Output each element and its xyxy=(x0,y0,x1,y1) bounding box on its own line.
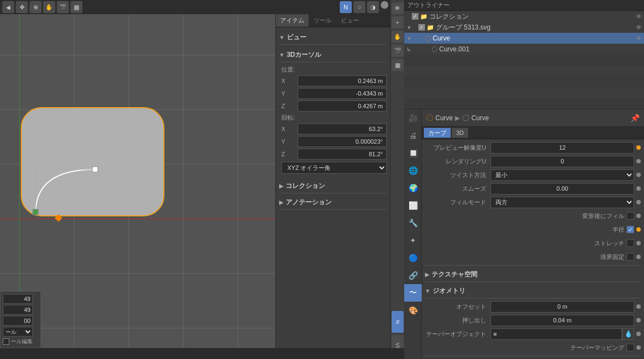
overlay-select[interactable]: ール xyxy=(3,327,33,337)
outliner-name-collection: コレクション xyxy=(429,12,634,21)
outliner-empty-5 xyxy=(404,98,644,109)
overlay-val1-input[interactable] xyxy=(3,294,33,304)
overlay-val2-input[interactable] xyxy=(3,305,33,315)
toolbar-mode-btn[interactable]: ◀ xyxy=(2,1,14,13)
props-btn-constraints[interactable]: 🔗 xyxy=(404,267,422,284)
npanel-tab-view[interactable]: ビュー xyxy=(336,14,363,27)
cursor-y-row: Y xyxy=(281,88,387,99)
curve-tabs: カーブ 3D xyxy=(422,127,644,139)
cursor-y-input[interactable] xyxy=(298,88,387,99)
preview-resolution-input[interactable] xyxy=(491,142,634,154)
taper-eyedrop-btn[interactable]: 💧 xyxy=(622,328,634,340)
radius-checkbox[interactable]: ✓ xyxy=(627,226,634,233)
props-btn-object-data[interactable]: 〜 xyxy=(404,284,422,302)
toolbar-camera2-icon[interactable]: 🎬 xyxy=(392,45,404,57)
viewport[interactable]: Y X Z ◀ ✥ ⊕ ✋ 🎬 ▦ N ○ ◑ + 👁 + ✋ 🎬 ▦ xyxy=(0,0,404,359)
outliner-empty-1 xyxy=(404,55,644,66)
props-btn-material[interactable]: 🎨 xyxy=(404,302,422,319)
toolbar-view-icon[interactable]: 👁 xyxy=(392,2,404,14)
cursor-x-input[interactable] xyxy=(298,75,387,86)
cursor-rz-input[interactable] xyxy=(298,149,387,160)
taper-mapping-row: テーパーマッピング xyxy=(425,342,641,354)
bounds-row: 境界固定 xyxy=(425,251,641,263)
props-pin-btn[interactable]: 📌 xyxy=(630,114,640,122)
props-btn-particles[interactable]: ✦ xyxy=(404,232,422,249)
cursor-rx-input[interactable] xyxy=(298,123,387,134)
outliner-item-collection[interactable]: ✓ 📁 コレクション 👁 xyxy=(404,11,644,22)
render-u-input[interactable] xyxy=(491,156,634,167)
outliner-eye-group[interactable]: 👁 xyxy=(636,24,642,31)
overlay-select-row: ール xyxy=(3,327,38,337)
collection-section-header[interactable]: ▶ コレクション xyxy=(279,179,387,193)
texture-space-header[interactable]: ▶ テクスチャ空間 xyxy=(425,268,641,282)
n-panel: アイテム ツール ビュー ▼ ビュー ▼ 3Dカーソル 位置: X xyxy=(275,14,390,348)
taper-mapping-checkbox[interactable] xyxy=(627,344,634,351)
deform-checkbox[interactable] xyxy=(627,212,634,220)
geometry-header[interactable]: ▼ ジオメトリ xyxy=(425,284,641,298)
overlay-checkbox[interactable] xyxy=(3,338,9,345)
props-btn-render[interactable]: 🎥 xyxy=(404,109,422,127)
toolbar-grab-btn[interactable]: ✋ xyxy=(43,1,55,13)
props-btn-view[interactable]: 🔲 xyxy=(404,144,422,162)
outliner-eye-collection[interactable]: 👁 xyxy=(636,13,642,20)
toolbar-grid-btn[interactable]: ▦ xyxy=(70,1,82,13)
props-btn-modifier[interactable]: 🔧 xyxy=(404,214,422,232)
taper-object-field[interactable]: ■ xyxy=(491,328,622,340)
curve-tab-3d[interactable]: 3D xyxy=(452,128,468,138)
twist-select[interactable]: 最小 xyxy=(491,169,634,181)
toolbar-n-tab[interactable]: N xyxy=(392,311,404,333)
toolbar-overlay-btn[interactable]: ○ xyxy=(353,1,365,13)
render-u-row: レンダリングU xyxy=(425,155,641,167)
toolbar-xray-btn[interactable]: ◑ xyxy=(367,1,379,13)
npanel-tab-tool[interactable]: ツール xyxy=(309,14,336,27)
outliner-icon-curve: 〇 xyxy=(425,34,431,43)
cursor-rz-label: Z xyxy=(281,151,298,157)
outliner-cb-collection[interactable]: ✓ xyxy=(412,13,418,20)
extrude-input[interactable] xyxy=(491,315,634,326)
outliner-cb-group[interactable]: ✓ xyxy=(418,24,425,31)
toolbar-hand-icon[interactable]: ✋ xyxy=(392,31,404,43)
npanel-tab-item[interactable]: アイテム xyxy=(276,14,309,27)
fill-mode-select[interactable]: 両方 xyxy=(491,197,634,208)
geometry-label: ジオメトリ xyxy=(433,286,465,296)
stretch-checkbox[interactable] xyxy=(627,239,634,247)
radius-label: 半径 xyxy=(612,226,624,234)
toolbar-camera-btn[interactable]: 🎬 xyxy=(57,1,69,13)
props-header-right: 📌 xyxy=(630,114,640,122)
outliner-eye-curve[interactable]: 👁 xyxy=(636,35,642,42)
toolbar-grid2-icon[interactable]: ▦ xyxy=(392,59,404,71)
cursor-z-input[interactable] xyxy=(298,101,387,111)
cursor-section-header[interactable]: ▼ 3Dカーソル xyxy=(279,48,387,62)
taper-mapping-dot xyxy=(636,345,641,350)
toolbar-plus2-icon[interactable]: + xyxy=(392,16,404,28)
curve-tab-curve[interactable]: カーブ xyxy=(424,128,451,138)
props-btn-physics[interactable]: 🔵 xyxy=(404,249,422,267)
offset-label: オフセット xyxy=(425,303,491,311)
props-btn-world[interactable]: 🌍 xyxy=(404,179,422,197)
properties-area: 🎥 🖨 🔲 🌐 🌍 ⬜ 🔧 ✦ 🔵 🔗 〜 🎨 〇 Curve ▶ 〇 xyxy=(404,109,644,359)
twist-row: ツイスト方法 最小 xyxy=(425,169,641,181)
overlay-val3-input[interactable] xyxy=(3,316,33,326)
outliner[interactable]: アウトライナー ✓ 📁 コレクション 👁 ▼ ✓ 📁 グループ 5313.svg… xyxy=(404,0,644,109)
toolbar-select-btn[interactable]: ✥ xyxy=(16,1,28,13)
stretch-row: ストレッチ xyxy=(425,237,641,249)
overlay-val1-row xyxy=(3,294,38,304)
offset-input[interactable] xyxy=(491,301,634,313)
cursor-ry-input[interactable] xyxy=(298,136,387,147)
props-btn-scene[interactable]: 🌐 xyxy=(404,162,422,179)
extrude-row: 押し出し xyxy=(425,314,641,326)
euler-mode-select[interactable]: XYZ オイラー角 xyxy=(281,162,387,174)
view-section-header[interactable]: ▼ ビュー xyxy=(279,31,387,45)
props-btn-object[interactable]: ⬜ xyxy=(404,197,422,214)
outliner-item-group[interactable]: ▼ ✓ 📁 グループ 5313.svg 👁 xyxy=(404,22,644,33)
toolbar-n-panel-btn[interactable]: N xyxy=(340,1,352,13)
curve-shape xyxy=(21,107,164,216)
toolbar-shading-btn[interactable] xyxy=(381,1,388,9)
toolbar-cursor-btn[interactable]: ⊕ xyxy=(29,1,42,13)
smooth-input[interactable] xyxy=(491,183,634,195)
outliner-item-curve[interactable]: ▼ 〇 Curve 👁 xyxy=(404,33,644,44)
props-btn-output[interactable]: 🖨 xyxy=(404,127,422,144)
outliner-item-curve001[interactable]: ↳ 〇 Curve.001 xyxy=(404,44,644,55)
annotation-section-header[interactable]: ▶ アノテーション xyxy=(279,196,387,210)
bounds-checkbox[interactable] xyxy=(627,253,634,261)
